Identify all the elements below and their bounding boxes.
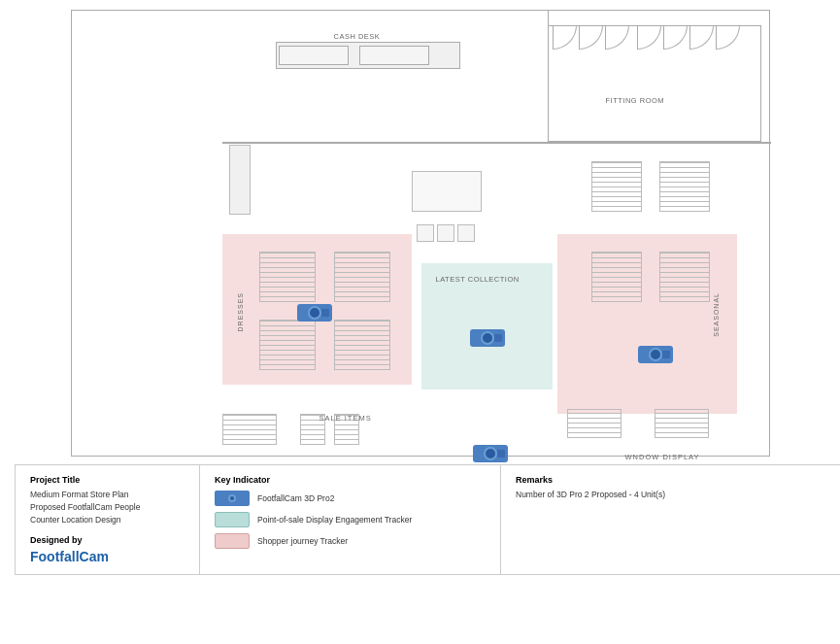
- zone-label-window: WNDOW DISPLAY: [625, 453, 700, 461]
- fitting-room-label: FITTING ROOM: [606, 96, 665, 105]
- legend-camera-icon: [215, 491, 250, 506]
- display-table: [412, 171, 482, 212]
- zone-label-sale: SALE ITEMS: [319, 414, 372, 423]
- key-indicator-label: Key Indicator: [215, 475, 486, 485]
- floorplan: CASH DESK FITTING ROOM: [71, 10, 770, 457]
- legend-camera-label: FootfallCam 3D Pro2: [257, 493, 334, 503]
- legend-teal-label: Point-of-sale Display Engagement Tracker: [257, 515, 412, 525]
- panel-project: Project Title Medium Format Store Plan P…: [16, 465, 200, 574]
- panel-key-indicator: Key Indicator FootfallCam 3D Pro2 Point-…: [200, 465, 501, 574]
- zone-label-seasonal: SEASONAL: [713, 292, 720, 337]
- cash-desk-label: CASH DESK: [334, 32, 381, 41]
- camera-4: [473, 445, 508, 462]
- zone-label-latest: LATEST COLLECTION: [436, 275, 520, 284]
- legend-color-pink: [215, 533, 250, 549]
- project-title-value: Medium Format Store Plan Proposed Footfa…: [30, 489, 185, 525]
- divider: [222, 142, 548, 144]
- zone-label-dresses: DRESSES: [237, 292, 244, 331]
- legend-pink-label: Shopper journey Tracker: [257, 536, 348, 546]
- desk-section-left: [279, 46, 349, 65]
- display-item: [437, 224, 454, 242]
- legend-camera-dot: [228, 494, 236, 502]
- legend-item-pink: Shopper journey Tracker: [215, 533, 486, 549]
- camera-1: [297, 304, 332, 322]
- display-item: [417, 224, 434, 242]
- footfallcam-logo: FootfallCam: [30, 549, 185, 564]
- panel-remarks: Remarks Number of 3D Pro 2 Proposed - 4 …: [501, 465, 840, 574]
- wardrobe-left: [229, 145, 251, 215]
- remarks-text: Number of 3D Pro 2 Proposed - 4 Unit(s): [516, 489, 834, 501]
- desk-section-right: [359, 46, 429, 65]
- camera-2: [470, 329, 505, 347]
- legend-item-camera: FootfallCam 3D Pro2: [215, 491, 486, 506]
- display-item: [457, 224, 475, 242]
- divider: [548, 142, 771, 144]
- remarks-label: Remarks: [516, 475, 834, 485]
- info-panel: Project Title Medium Format Store Plan P…: [15, 464, 840, 575]
- legend-item-teal: Point-of-sale Display Engagement Tracker: [215, 512, 486, 527]
- legend-color-teal: [215, 512, 250, 527]
- designed-by-label: Designed by: [30, 535, 185, 545]
- camera-3: [638, 346, 673, 363]
- zone-seasonal: [557, 234, 737, 414]
- project-title-label: Project Title: [30, 475, 185, 485]
